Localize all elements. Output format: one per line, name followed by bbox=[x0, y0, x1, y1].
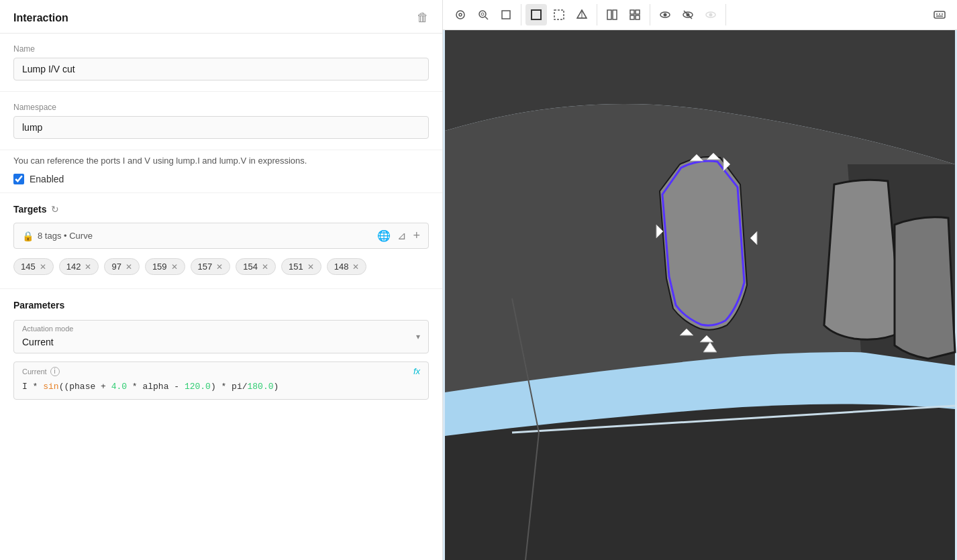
current-expression[interactable]: I * sin((phase + 4.0 * alpha - 120.0) * … bbox=[22, 380, 420, 394]
remove-tag-159[interactable]: ✕ bbox=[171, 262, 178, 272]
current-field-label: Current i bbox=[22, 367, 60, 376]
current-field-header: Current i fx bbox=[22, 366, 420, 376]
remove-tag-148[interactable]: ✕ bbox=[352, 262, 359, 272]
eye-button[interactable] bbox=[654, 4, 676, 25]
tags-info: 🔒 8 tags • Curve bbox=[22, 231, 93, 241]
refresh-icon[interactable]: ↻ bbox=[51, 204, 59, 215]
svg-point-0 bbox=[456, 11, 464, 19]
enabled-row: Enabled bbox=[0, 166, 442, 193]
svg-rect-6 bbox=[532, 10, 541, 19]
current-label-text: Current bbox=[22, 368, 47, 376]
panel-header: Interaction 🗑 bbox=[0, 0, 442, 34]
lock-icon: 🔒 bbox=[22, 231, 34, 241]
keyboard-button[interactable] bbox=[929, 4, 950, 25]
actuation-mode-select[interactable]: Current Voltage Force bbox=[22, 325, 420, 347]
namespace-label: Namespace bbox=[13, 103, 429, 112]
tag-157: 157 ✕ bbox=[191, 258, 231, 275]
tags-actions: 🌐 ⊿ + bbox=[377, 229, 420, 243]
svg-point-4 bbox=[481, 13, 484, 15]
tag-154: 154 ✕ bbox=[236, 258, 276, 275]
eye-disabled-button[interactable] bbox=[700, 4, 721, 25]
svg-line-3 bbox=[485, 17, 488, 19]
svg-rect-14 bbox=[636, 10, 640, 14]
eye-slash-button[interactable] bbox=[677, 4, 699, 25]
svg-rect-11 bbox=[607, 10, 611, 19]
remove-tag-154[interactable]: ✕ bbox=[262, 262, 268, 272]
display-box-button[interactable] bbox=[495, 4, 517, 25]
left-panel: Interaction 🗑 Name Namespace You can ref… bbox=[0, 0, 443, 560]
filter-icon[interactable]: ⊿ bbox=[397, 229, 406, 242]
tag-chips: 145 ✕ 142 ✕ 97 ✕ 159 ✕ 157 ✕ 154 ✕ bbox=[13, 256, 429, 278]
grid-button[interactable] bbox=[624, 4, 646, 25]
delete-icon[interactable]: 🗑 bbox=[417, 11, 429, 25]
toolbar-group-3 bbox=[601, 4, 650, 25]
name-section: Name bbox=[0, 34, 442, 92]
targets-section: Targets ↻ 🔒 8 tags • Curve 🌐 ⊿ + 145 ✕ 1… bbox=[0, 193, 442, 289]
current-field: Current i fx I * sin((phase + 4.0 * alph… bbox=[13, 361, 429, 400]
panel-title: Interaction bbox=[13, 12, 68, 24]
box-select-button[interactable] bbox=[525, 4, 547, 25]
svg-point-1 bbox=[459, 13, 462, 16]
svg-rect-15 bbox=[630, 15, 634, 19]
canvas-svg bbox=[443, 30, 957, 560]
info-text: You can reference the ports I and V usin… bbox=[0, 150, 442, 166]
name-input[interactable] bbox=[13, 58, 429, 80]
add-tag-icon[interactable]: + bbox=[413, 229, 420, 243]
tags-row: 🔒 8 tags • Curve 🌐 ⊿ + bbox=[13, 223, 429, 249]
actuation-mode-wrapper: Actuation mode Current Voltage Force ▾ bbox=[13, 320, 429, 353]
remove-tag-142[interactable]: ✕ bbox=[85, 262, 91, 272]
svg-rect-13 bbox=[630, 10, 634, 14]
tag-148: 148 ✕ bbox=[327, 258, 367, 275]
namespace-section: Namespace bbox=[0, 92, 442, 150]
fit-view-button[interactable] bbox=[450, 4, 471, 25]
current-info-icon[interactable]: i bbox=[50, 367, 60, 376]
svg-point-18 bbox=[664, 13, 667, 17]
right-panel bbox=[443, 0, 957, 560]
svg-rect-12 bbox=[613, 10, 617, 19]
svg-point-2 bbox=[479, 11, 486, 17]
svg-rect-7 bbox=[554, 10, 564, 19]
wireframe-button[interactable] bbox=[571, 4, 593, 25]
tag-142: 142 ✕ bbox=[59, 258, 99, 275]
svg-point-23 bbox=[709, 13, 713, 17]
svg-rect-16 bbox=[636, 15, 640, 19]
tag-159: 159 ✕ bbox=[145, 258, 185, 275]
zoom-fit-button[interactable] bbox=[472, 4, 494, 25]
enabled-checkbox[interactable] bbox=[13, 174, 24, 184]
tag-145: 145 ✕ bbox=[13, 258, 54, 275]
toolbar-group-1 bbox=[450, 4, 521, 25]
fx-icon[interactable]: fx bbox=[413, 366, 420, 376]
namespace-input[interactable] bbox=[13, 116, 429, 139]
dotted-box-button[interactable] bbox=[548, 4, 570, 25]
tag-151: 151 ✕ bbox=[281, 258, 321, 275]
remove-tag-151[interactable]: ✕ bbox=[307, 262, 314, 272]
toolbar-group-2 bbox=[525, 4, 597, 25]
tags-count: 8 tags • Curve bbox=[38, 231, 93, 241]
remove-tag-157[interactable]: ✕ bbox=[216, 262, 223, 272]
svg-rect-5 bbox=[502, 11, 510, 19]
toolbar-group-4 bbox=[654, 4, 726, 25]
parameters-section: Parameters Actuation mode Current Voltag… bbox=[0, 289, 442, 410]
name-label: Name bbox=[13, 44, 429, 54]
toolbar bbox=[443, 0, 957, 30]
svg-rect-24 bbox=[934, 11, 945, 18]
canvas-area[interactable] bbox=[443, 30, 957, 560]
remove-tag-97[interactable]: ✕ bbox=[125, 262, 132, 272]
targets-header: Targets ↻ bbox=[13, 204, 429, 215]
tag-97: 97 ✕ bbox=[104, 258, 139, 275]
split-view-button[interactable] bbox=[601, 4, 623, 25]
parameters-title: Parameters bbox=[13, 300, 429, 311]
targets-title: Targets bbox=[13, 204, 47, 215]
enabled-label[interactable]: Enabled bbox=[30, 174, 64, 184]
remove-tag-145[interactable]: ✕ bbox=[40, 262, 46, 272]
globe-icon[interactable]: 🌐 bbox=[377, 229, 391, 242]
